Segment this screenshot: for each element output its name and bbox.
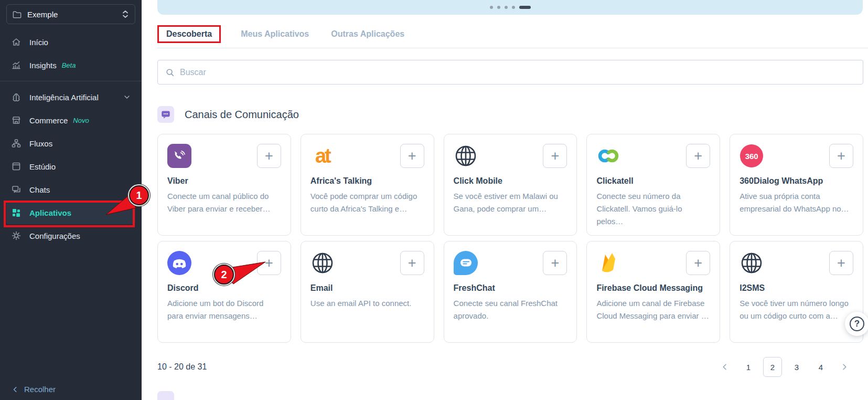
add-app-button[interactable]: + bbox=[543, 251, 567, 275]
app-card-email[interactable]: +EmailUse an email API to connect. bbox=[301, 241, 434, 343]
plus-icon: + bbox=[551, 256, 560, 270]
sidebar-item-badge: Beta bbox=[62, 61, 76, 69]
add-app-button[interactable]: + bbox=[400, 144, 424, 168]
add-app-button[interactable]: + bbox=[400, 251, 424, 275]
ai-brain-icon bbox=[10, 91, 22, 103]
app-name: 360Dialog WhatsApp bbox=[740, 176, 853, 186]
app-card-discord[interactable]: +DiscordAdicione um bot do Discord para … bbox=[157, 241, 291, 343]
main-content: Descoberta Meus Aplicativos Outras Aplic… bbox=[142, 0, 868, 400]
app-card-africa-s-talking[interactable]: at+Africa's TalkingVocê pode comprar um … bbox=[301, 134, 434, 236]
sidebar-item-label: Aplicativos bbox=[29, 208, 71, 217]
page-button-1[interactable]: 1 bbox=[739, 357, 758, 377]
folder-icon bbox=[12, 9, 22, 19]
app-card-360dialog-whatsapp[interactable]: 360+360Dialog WhatsAppAtive sua própria … bbox=[730, 134, 863, 236]
sidebar-item-aplicativos[interactable]: Aplicativos bbox=[6, 201, 135, 224]
globe-icon bbox=[454, 144, 478, 168]
sidebar-item-inteligencia-artificial[interactable]: Inteligência Artificial bbox=[6, 86, 135, 109]
app-name: FreshChat bbox=[454, 283, 567, 293]
plus-icon: + bbox=[694, 256, 702, 270]
app-name: I2SMS bbox=[740, 283, 853, 293]
app-description: Conecte um canal público do Viber para e… bbox=[167, 190, 281, 215]
app-card-freshchat[interactable]: +FreshChatConecte seu canal FreshChat ap… bbox=[444, 241, 577, 343]
clickatell-logo-icon bbox=[596, 144, 620, 168]
tab-descoberta[interactable]: Descoberta bbox=[157, 25, 221, 43]
sidebar-item-label: Estúdio bbox=[29, 162, 56, 171]
apps-tabs: Descoberta Meus Aplicativos Outras Aplic… bbox=[157, 25, 406, 43]
carousel-dot[interactable] bbox=[505, 6, 508, 9]
tab-meus-aplicativos[interactable]: Meus Aplicativos bbox=[239, 25, 311, 43]
globe-icon bbox=[310, 251, 335, 275]
app-card-viber[interactable]: +ViberConecte um canal público do Viber … bbox=[157, 134, 291, 236]
sidebar-item-label: Fluxos bbox=[29, 139, 52, 148]
next-page-button[interactable] bbox=[835, 357, 853, 377]
sidebar-item-label: Início bbox=[29, 38, 48, 47]
page-button-2[interactable]: 2 bbox=[763, 357, 782, 377]
sidebar-item-chats[interactable]: Chats bbox=[6, 178, 135, 201]
tab-outras-aplicacoes[interactable]: Outras Aplicações bbox=[329, 25, 406, 43]
next-section-icon-peek bbox=[157, 391, 174, 400]
app-description: Conecte seu número da Clickatell. Vamos … bbox=[596, 190, 710, 228]
app-name: Firebase Cloud Messaging bbox=[596, 283, 710, 293]
globe-icon bbox=[740, 251, 764, 275]
sidebar-item-label: Insights bbox=[29, 61, 57, 70]
app-name: Click Mobile bbox=[454, 176, 567, 186]
add-app-button[interactable]: + bbox=[829, 251, 853, 275]
app-description: Se você estiver em Malawi ou Gana, pode … bbox=[454, 190, 567, 215]
previous-page-button[interactable] bbox=[716, 357, 734, 377]
page-button-3[interactable]: 3 bbox=[787, 357, 806, 377]
sidebar-item-fluxos[interactable]: Fluxos bbox=[6, 132, 135, 155]
add-app-button[interactable]: + bbox=[257, 251, 281, 275]
app-description: Se você tiver um número longo ou um códi… bbox=[740, 297, 853, 322]
app-card-clickatell[interactable]: +ClickatellConecte seu número da Clickat… bbox=[586, 134, 720, 236]
carousel-dot-active[interactable] bbox=[519, 6, 531, 9]
sidebar-item-insights[interactable]: InsightsBeta bbox=[6, 54, 135, 77]
app-description: Você pode comprar um código curto da Afr… bbox=[310, 190, 424, 215]
plus-icon: + bbox=[694, 149, 702, 163]
carousel-dot[interactable] bbox=[512, 6, 515, 9]
sidebar-item-label: Configurações bbox=[29, 231, 80, 240]
collapse-sidebar-button[interactable]: Recolher bbox=[12, 385, 56, 394]
carousel-dot[interactable] bbox=[490, 6, 493, 9]
viber-logo-icon bbox=[167, 144, 191, 168]
chevron-up-down-icon bbox=[121, 9, 130, 19]
insights-icon bbox=[10, 59, 22, 71]
plus-icon: + bbox=[265, 256, 273, 270]
app-card-firebase-cloud-messaging[interactable]: +Firebase Cloud MessagingAdicione um can… bbox=[586, 241, 720, 343]
flows-icon bbox=[10, 138, 22, 149]
app-card-click-mobile[interactable]: +Click MobileSe você estiver em Malawi o… bbox=[444, 134, 577, 236]
add-app-button[interactable]: + bbox=[543, 144, 567, 168]
page-button-4[interactable]: 4 bbox=[811, 357, 830, 377]
plus-icon: + bbox=[408, 256, 416, 270]
gear-icon bbox=[10, 230, 22, 241]
add-app-button[interactable]: + bbox=[257, 144, 281, 168]
app-description: Use an email API to connect. bbox=[310, 297, 424, 310]
app-name: Viber bbox=[167, 176, 281, 186]
carousel-dot[interactable] bbox=[497, 6, 500, 9]
sidebar-item-inicio[interactable]: Início bbox=[6, 30, 135, 54]
africas-talking-logo-icon: at bbox=[315, 146, 330, 166]
add-app-button[interactable]: + bbox=[686, 144, 710, 168]
plus-icon: + bbox=[551, 149, 560, 163]
plus-icon: + bbox=[265, 149, 273, 163]
section-header: Canais de Comunicação bbox=[157, 106, 299, 123]
add-app-button[interactable]: + bbox=[829, 144, 853, 168]
plus-icon: + bbox=[408, 149, 416, 163]
plus-icon: + bbox=[837, 256, 845, 270]
help-button[interactable]: ? bbox=[845, 312, 868, 336]
pagination-range: 10 - 20 de 31 bbox=[157, 362, 207, 372]
sidebar-item-commerce[interactable]: CommerceNovo bbox=[6, 109, 135, 132]
search-input[interactable] bbox=[180, 68, 855, 77]
app-card-i2sms[interactable]: +I2SMSSe você tiver um número longo ou u… bbox=[730, 241, 863, 343]
question-mark-icon: ? bbox=[850, 317, 864, 331]
collapse-label: Recolher bbox=[24, 385, 56, 394]
sidebar: Exemple InícioInsightsBetaInteligência A… bbox=[0, 0, 142, 400]
app-name: Clickatell bbox=[596, 176, 710, 186]
workspace-selector[interactable]: Exemple bbox=[6, 4, 135, 24]
apps-grid-icon bbox=[10, 207, 22, 218]
firebase-logo-icon bbox=[598, 251, 619, 275]
sidebar-item-configuracoes[interactable]: Configurações bbox=[6, 224, 135, 247]
promo-carousel-banner bbox=[157, 0, 863, 15]
sidebar-item-estudio[interactable]: Estúdio bbox=[6, 155, 135, 178]
add-app-button[interactable]: + bbox=[686, 251, 710, 275]
store-icon bbox=[10, 114, 22, 126]
